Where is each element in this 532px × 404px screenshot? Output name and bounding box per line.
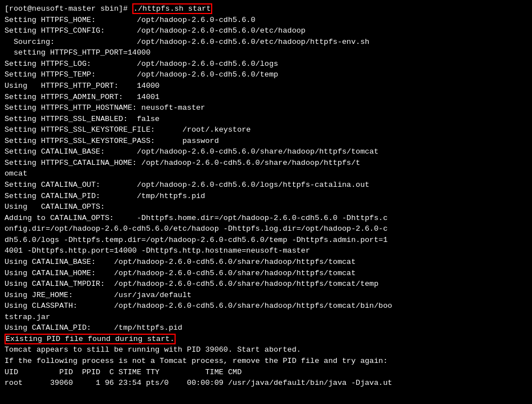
- terminal-line: Setting HTTPFS_SSL_KEYSTORE_PASS: passwo…: [5, 136, 527, 147]
- terminal-line: Setting HTTPFS_LOG: /opt/hadoop-2.6.0-cd…: [5, 59, 527, 70]
- terminal-line: Setting HTTPFS_TEMP: /opt/hadoop-2.6.0-c…: [5, 69, 527, 80]
- terminal-line: If the following process is not a Tomcat…: [5, 356, 527, 367]
- terminal-line: Using CATALINA_TMPDIR: /opt/hadoop-2.6.0…: [5, 279, 527, 290]
- existing-pid-highlight: Existing PID file found during start.: [5, 334, 176, 344]
- terminal-line: setting HTTPFS_HTTP_PORT=14000: [5, 47, 527, 59]
- terminal-line: Setting HTTPFS_SSL_ENABLED: false: [5, 114, 527, 125]
- terminal-line: root 39060 1 96 23:54 pts/0 00:00:09 /us…: [5, 378, 527, 389]
- terminal-line: Setting CATALINA_BASE: /opt/hadoop-2.6.0…: [5, 146, 527, 158]
- prompt-text: [root@neusoft-master sbin]#: [5, 5, 132, 13]
- terminal-line: Setting HTTPFS_CATALINA_HOME: /opt/hadoo…: [5, 158, 527, 169]
- terminal-line: Using CATALINA_HOME: /opt/hadoop-2.6.0-c…: [5, 268, 527, 279]
- terminal-line: omcat: [5, 168, 527, 179]
- terminal-line: 4001 -Dhttpfs.http.port=14000 -Dhttpfs.h…: [5, 245, 527, 257]
- existing-pid-line: Existing PID file found during start.: [5, 334, 527, 345]
- terminal-line: Adding to CATALINA_OPTS: -Dhttpfs.home.d…: [5, 213, 527, 224]
- terminal-line: Using CLASSPATH: /opt/hadoop-2.6.0-cdh5.…: [5, 300, 527, 312]
- terminal-line: Sourcing: /opt/hadoop-2.6.0-cdh5.6.0/etc…: [5, 37, 527, 48]
- prompt-line: [root@neusoft-master sbin]# ./httpfs.sh …: [5, 3, 527, 15]
- command-text: ./httpfs.sh start: [132, 3, 212, 14]
- terminal-line: Using CATALINA_PID: /tmp/httpfs.pid: [5, 322, 527, 334]
- terminal-line: Setting HTTPFS_CONFIG: /opt/hadoop-2.6.0…: [5, 25, 527, 37]
- terminal-line: Using CATALINA_BASE: /opt/hadoop-2.6.0-c…: [5, 257, 527, 268]
- terminal-line: Using CATALINA_OPTS:: [5, 201, 527, 213]
- terminal-line: Using JRE_HOME: /usr/java/default: [5, 290, 527, 301]
- terminal-line: Setting HTTPFS_HTTP_HOSTNAME: neusoft-ma…: [5, 102, 527, 114]
- terminal-line: Tomcat appears to still be running with …: [5, 344, 527, 356]
- terminal: [root@neusoft-master sbin]# ./httpfs.sh …: [0, 0, 532, 404]
- terminal-line: Using HTTPFS_HTTP_PORT: 14000: [5, 80, 527, 92]
- terminal-line: Setting CATALINA_PID: /tmp/httpfs.pid: [5, 191, 527, 202]
- terminal-line: Setting HTTPFS_SSL_KEYSTORE_FILE: /root/…: [5, 124, 527, 136]
- terminal-line: UID PID PPID C STIME TTY TIME CMD: [5, 367, 527, 378]
- terminal-line: tstrap.jar: [5, 312, 527, 323]
- terminal-line: onfig.dir=/opt/hadoop-2.6.0-cdh5.6.0/etc…: [5, 223, 527, 235]
- terminal-line: Setting HTTPFS_HOME: /opt/hadoop-2.6.0-c…: [5, 15, 527, 26]
- terminal-line: dh5.6.0/logs -Dhttpfs.temp.dir=/opt/hado…: [5, 235, 527, 246]
- terminal-line: Setting CATALINA_OUT: /opt/hadoop-2.6.0-…: [5, 179, 527, 191]
- terminal-line: Setting HTTPFS_ADMIN_PORT: 14001: [5, 92, 527, 103]
